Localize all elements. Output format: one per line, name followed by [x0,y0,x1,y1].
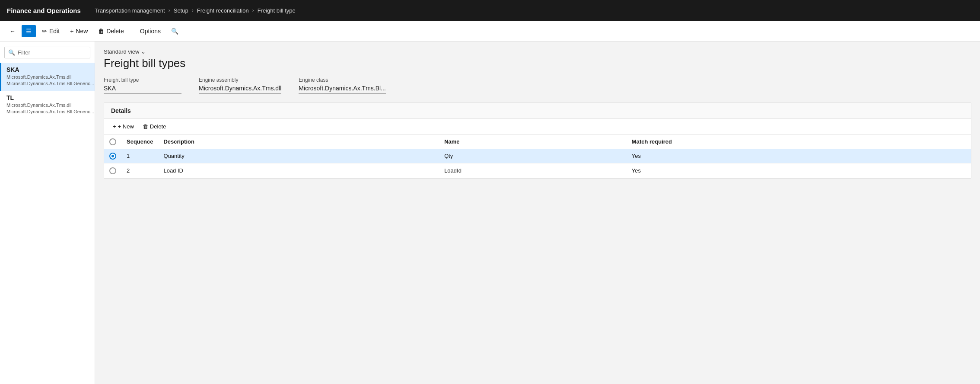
field-engine-assembly: Engine assembly Microsoft.Dynamics.Ax.Tm… [199,77,281,94]
col-match-required: Match required [627,134,971,149]
col-radio [104,134,121,149]
content-area: Standard view ⌄ Freight bill types Freig… [95,42,980,384]
breadcrumb-item-0[interactable]: Transportation management [95,7,165,14]
breadcrumb-item-2[interactable]: Freight reconciliation [197,7,249,14]
row-sequence: 2 [121,163,158,178]
brand-title: Finance and Operations [7,7,95,14]
table-row[interactable]: 2 Load ID LoadId Yes [104,163,971,178]
row-match-required: Yes [627,163,971,178]
edit-button[interactable]: ✏ Edit [38,25,64,37]
search-icon: 🔍 [171,28,178,35]
engine-class-label: Engine class [299,77,385,83]
back-icon: ← [10,28,16,35]
details-delete-icon: 🗑 [143,123,148,130]
details-table: Sequence Description Name Match required… [104,134,971,178]
details-delete-button[interactable]: 🗑 Delete [139,122,170,131]
sidebar-item-ska-title: SKA [6,66,89,73]
freight-bill-type-label: Freight bill type [104,77,181,83]
row-radio-icon [109,153,116,160]
engine-assembly-value[interactable]: Microsoft.Dynamics.Ax.Tms.dll [199,85,281,94]
details-section: Details + + New 🗑 Delete Seq [104,102,971,179]
details-new-button[interactable]: + + New [109,122,137,131]
sidebar-item-tl-sub1: Microsoft.Dynamics.Ax.Tms.dll [6,102,89,109]
toolbar-divider [132,26,132,36]
row-match-required: Yes [627,149,971,163]
header-radio-circle [109,138,116,145]
filter-input[interactable] [18,49,86,56]
details-header: Details [104,103,971,119]
breadcrumb: Transportation management › Setup › Frei… [95,7,296,14]
col-description: Description [158,134,439,149]
row-radio-cell [104,163,121,178]
row-description: Load ID [158,163,439,178]
page-title: Freight bill types [104,57,971,70]
options-button[interactable]: Options [136,25,165,37]
field-freight-bill-type: Freight bill type SKA [104,77,181,94]
delete-icon: 🗑 [98,28,104,35]
row-description: Quantity [158,149,439,163]
details-plus-icon: + [113,123,116,130]
row-sequence: 1 [121,149,158,163]
search-button[interactable]: 🔍 [167,25,183,37]
top-nav: Finance and Operations Transportation ma… [0,0,980,21]
chevron-down-icon: ⌄ [141,48,146,55]
details-toolbar: + + New 🗑 Delete [104,119,971,134]
filter-search-icon: 🔍 [8,49,15,56]
main-toolbar: ← ☰ ✏ Edit + New 🗑 Delete Options 🔍 [0,21,980,42]
engine-assembly-label: Engine assembly [199,77,281,83]
row-name: LoadId [439,163,627,178]
back-button[interactable]: ← [5,25,20,37]
delete-button[interactable]: 🗑 Delete [94,25,128,37]
breadcrumb-item-1[interactable]: Setup [174,7,188,14]
main-layout: 🔍 SKA Microsoft.Dynamics.Ax.Tms.dll Micr… [0,42,980,384]
table-row[interactable]: 1 Quantity Qty Yes [104,149,971,163]
field-engine-class: Engine class Microsoft.Dynamics.Ax.Tms.B… [299,77,385,94]
breadcrumb-sep-2: › [252,7,254,13]
sidebar: 🔍 SKA Microsoft.Dynamics.Ax.Tms.dll Micr… [0,42,95,384]
engine-class-value[interactable]: Microsoft.Dynamics.Ax.Tms.Bl... [299,85,385,94]
breadcrumb-sep-1: › [192,7,194,13]
freight-bill-type-value[interactable]: SKA [104,85,181,94]
row-radio-cell [104,149,121,163]
menu-button[interactable]: ☰ [22,25,36,37]
new-button[interactable]: + New [66,25,92,37]
plus-icon: + [70,28,73,35]
breadcrumb-item-3[interactable]: Freight bill type [258,7,296,14]
row-name: Qty [439,149,627,163]
filter-box[interactable]: 🔍 [4,47,90,58]
breadcrumb-sep-0: › [169,7,170,13]
sidebar-item-ska[interactable]: SKA Microsoft.Dynamics.Ax.Tms.dll Micros… [0,63,95,91]
fields-row: Freight bill type SKA Engine assembly Mi… [104,77,971,94]
sidebar-item-tl-sub2: Microsoft.Dynamics.Ax.Tms.BIl.Generic... [6,109,89,115]
sidebar-item-tl-title: TL [6,94,89,101]
edit-icon: ✏ [42,28,47,35]
view-selector[interactable]: Standard view ⌄ [104,48,971,55]
sidebar-item-ska-sub1: Microsoft.Dynamics.Ax.Tms.dll [6,74,89,80]
sidebar-item-ska-sub2: Microsoft.Dynamics.Ax.Tms.BIl.Generic... [6,80,89,87]
col-sequence: Sequence [121,134,158,149]
row-radio-icon [109,167,116,174]
sidebar-item-tl[interactable]: TL Microsoft.Dynamics.Ax.Tms.dll Microso… [0,91,95,119]
menu-icon: ☰ [26,28,32,35]
col-name: Name [439,134,627,149]
